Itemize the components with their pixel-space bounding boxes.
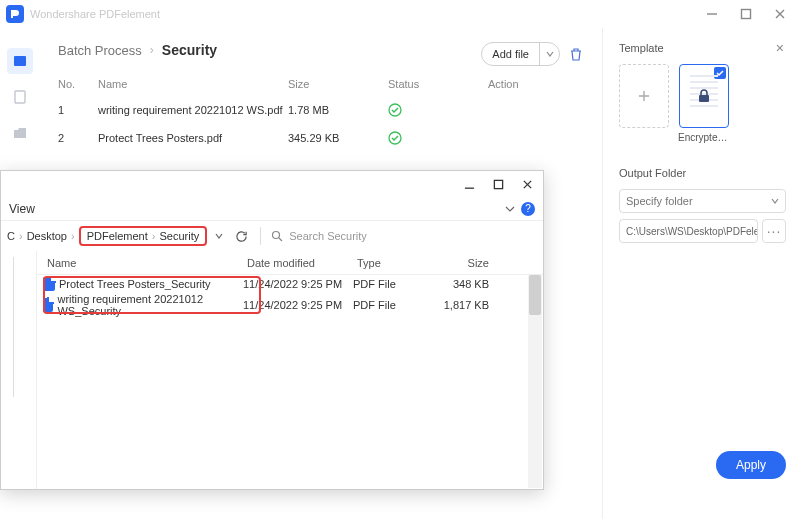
col-name[interactable]: Name — [43, 257, 243, 269]
col-date[interactable]: Date modified — [243, 257, 353, 269]
file-size: 348 KB — [433, 278, 503, 290]
template-name: Encrypted ... — [678, 132, 730, 143]
col-status: Status — [388, 78, 488, 90]
rail-item-document[interactable] — [7, 84, 33, 110]
window-minimize-icon[interactable] — [706, 8, 718, 20]
search-icon — [271, 230, 283, 242]
status-success-icon — [388, 131, 488, 145]
window-maximize-icon[interactable] — [740, 8, 752, 20]
add-file-dropdown[interactable] — [539, 43, 559, 65]
svg-rect-6 — [699, 95, 709, 102]
breadcrumb-root[interactable]: Batch Process — [58, 43, 142, 58]
explorer-view-tab[interactable]: View — [9, 202, 35, 216]
file-size: 1,817 KB — [433, 299, 503, 311]
refresh-icon[interactable] — [235, 230, 248, 243]
bc-desktop[interactable]: Desktop — [27, 230, 67, 242]
explorer-close-icon[interactable] — [522, 179, 533, 190]
help-icon[interactable]: ? — [521, 202, 535, 216]
explorer-list-header: Name Date modified Type Size — [37, 251, 543, 275]
panel-close-icon[interactable]: × — [776, 40, 784, 56]
rail-item-folder[interactable] — [7, 120, 33, 146]
window-close-icon[interactable] — [774, 8, 786, 20]
output-folder-label: Output Folder — [619, 167, 786, 179]
col-action: Action — [488, 78, 568, 90]
svg-rect-1 — [742, 10, 751, 19]
chevron-down-icon — [771, 197, 779, 205]
explorer-search-input[interactable]: Search Security — [267, 230, 537, 242]
bc-drive[interactable]: C — [7, 230, 15, 242]
filename-highlight — [43, 276, 261, 314]
cell-name: writing requirement 20221012 WS.pdf — [98, 104, 288, 116]
scrollbar[interactable] — [528, 275, 542, 488]
app-logo — [6, 5, 24, 23]
app-title: Wondershare PDFelement — [30, 8, 706, 20]
cell-size: 1.78 MB — [288, 104, 388, 116]
output-mode-select[interactable]: Specify folder — [619, 189, 786, 213]
table-row[interactable]: 1 writing requirement 20221012 WS.pdf 1.… — [58, 96, 584, 124]
explorer-address-bar: C› Desktop› PDFelement› Security Search … — [1, 221, 543, 251]
scrollbar-thumb[interactable] — [529, 275, 541, 315]
col-name: Name — [98, 78, 288, 90]
cell-no: 2 — [58, 132, 98, 144]
output-path-field[interactable]: C:\Users\WS\Desktop\PDFelement\Sec — [619, 219, 758, 243]
svg-rect-2 — [14, 56, 26, 66]
svg-rect-8 — [494, 180, 502, 188]
apply-button[interactable]: Apply — [716, 451, 786, 479]
svg-point-9 — [273, 232, 280, 239]
add-file-button[interactable]: Add file — [481, 42, 560, 66]
col-size: Size — [288, 78, 388, 90]
chevron-right-icon: › — [150, 43, 154, 57]
cell-no: 1 — [58, 104, 98, 116]
explorer-maximize-icon[interactable] — [493, 179, 504, 190]
cell-size: 345.29 KB — [288, 132, 388, 144]
col-size[interactable]: Size — [433, 257, 503, 269]
bc-pdfelement[interactable]: PDFelement — [87, 230, 148, 242]
bc-highlight: PDFelement› Security — [79, 226, 208, 246]
add-file-label: Add file — [482, 48, 539, 60]
address-dropdown-icon[interactable] — [215, 232, 223, 240]
status-success-icon — [388, 103, 488, 117]
chevron-down-icon[interactable] — [505, 204, 515, 214]
file-type: PDF File — [353, 278, 433, 290]
lock-icon — [695, 87, 713, 105]
template-card[interactable]: Encrypted ... — [679, 64, 729, 143]
file-table-header: No. Name Size Status Action — [58, 72, 584, 96]
file-explorer-window: View ? C› Desktop› PDFelement› Security … — [0, 170, 544, 490]
delete-icon[interactable] — [568, 46, 584, 62]
explorer-minimize-icon[interactable] — [464, 179, 475, 190]
col-type[interactable]: Type — [353, 257, 433, 269]
search-placeholder: Search Security — [289, 230, 367, 242]
explorer-file-list: Name Date modified Type Size Protect Tre… — [37, 251, 543, 489]
explorer-tree-pane[interactable] — [1, 251, 37, 489]
svg-line-10 — [279, 238, 282, 241]
table-row[interactable]: 2 Protect Trees Posters.pdf 345.29 KB — [58, 124, 584, 152]
browse-button[interactable]: ··· — [762, 219, 786, 243]
svg-rect-3 — [15, 91, 25, 103]
cell-name: Protect Trees Posters.pdf — [98, 132, 288, 144]
titlebar: Wondershare PDFelement — [0, 0, 802, 28]
col-no: No. — [58, 78, 98, 90]
output-mode-value: Specify folder — [626, 195, 693, 207]
right-sidebar: × Template Encrypted ... Outpu — [602, 28, 802, 519]
template-add-button[interactable] — [619, 64, 669, 128]
template-label: Template — [619, 42, 786, 54]
breadcrumb-current: Security — [162, 42, 217, 58]
bc-security[interactable]: Security — [159, 230, 199, 242]
rail-item-home[interactable] — [7, 48, 33, 74]
file-type: PDF File — [353, 299, 433, 311]
